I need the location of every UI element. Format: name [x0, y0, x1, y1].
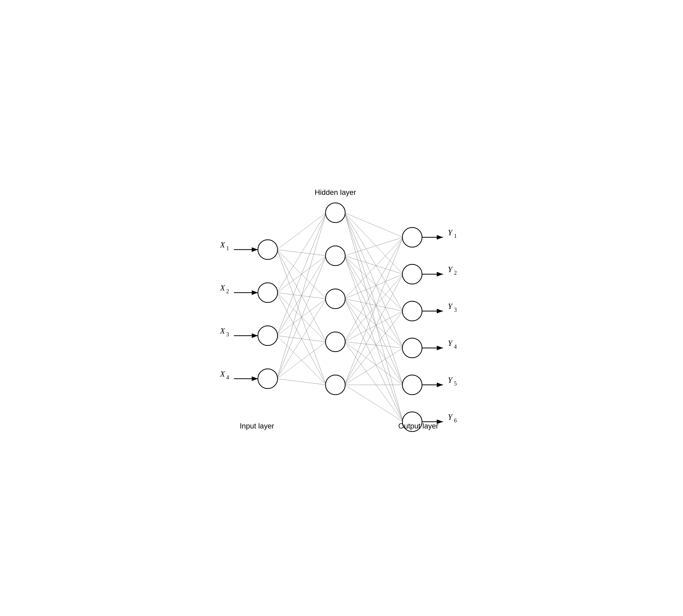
svg-line-37: [345, 299, 403, 385]
input-layer-title: Input layer: [240, 422, 274, 430]
input-hidden-connections: [277, 213, 326, 385]
hidden-nodes: [326, 203, 345, 395]
svg-text:4: 4: [454, 344, 457, 350]
svg-line-35: [345, 299, 403, 311]
svg-line-21: [345, 213, 403, 237]
svg-line-46: [345, 274, 403, 385]
input-arrows: [234, 249, 258, 379]
output-label-y3-main: Y: [448, 302, 453, 311]
svg-line-48: [345, 348, 403, 385]
output-labels: Y 1 Y 2 Y 3 Y 4 Y 5 Y 6: [448, 228, 457, 423]
svg-text:1: 1: [454, 233, 457, 239]
output-node-2: [402, 264, 422, 284]
svg-text:2: 2: [454, 270, 457, 276]
svg-line-16: [277, 213, 326, 379]
neural-network-diagram: X 1 X 2 X 3 X 4 Y 1 Y 2 Y 3 Y 4: [203, 182, 480, 434]
output-nodes: [402, 227, 422, 432]
svg-line-42: [345, 342, 403, 348]
hidden-node-2: [326, 246, 345, 266]
output-label-y6-main: Y: [448, 413, 453, 421]
svg-line-43: [345, 342, 403, 385]
hidden-node-5: [326, 375, 345, 395]
svg-text:4: 4: [226, 374, 229, 380]
input-label-x2-main: X: [220, 283, 225, 292]
svg-text:3: 3: [454, 307, 457, 313]
svg-line-20: [277, 379, 326, 385]
svg-line-34: [345, 274, 403, 299]
svg-line-23: [345, 213, 403, 311]
hidden-node-4: [326, 332, 345, 352]
svg-line-45: [345, 237, 403, 385]
svg-line-18: [277, 299, 326, 379]
input-node-4: [258, 369, 278, 389]
svg-text:3: 3: [226, 331, 229, 337]
svg-line-31: [345, 256, 403, 385]
output-label-y4-main: Y: [448, 339, 453, 348]
input-node-2: [258, 283, 278, 303]
output-node-1: [402, 227, 422, 247]
output-node-3: [402, 301, 422, 321]
input-labels: X 1 X 2 X 3 X 4: [220, 240, 229, 380]
hidden-output-connections: [345, 213, 403, 422]
input-label-x1-main: X: [220, 240, 225, 249]
svg-line-29: [345, 256, 403, 311]
svg-text:6: 6: [454, 417, 457, 423]
output-label-y1-main: Y: [448, 228, 453, 237]
svg-line-44: [345, 342, 403, 422]
output-node-4: [402, 338, 422, 358]
output-arrows: [421, 237, 443, 422]
svg-text:1: 1: [226, 245, 229, 251]
svg-line-25: [345, 213, 403, 385]
input-node-1: [258, 240, 278, 260]
svg-text:2: 2: [226, 288, 229, 294]
input-nodes: [258, 240, 278, 389]
output-layer-title: Output layer: [398, 422, 439, 430]
hidden-node-3: [326, 289, 345, 309]
svg-line-6: [277, 213, 326, 293]
input-label-x3-main: X: [220, 326, 225, 335]
svg-line-47: [345, 311, 403, 385]
svg-line-36: [345, 299, 403, 348]
hidden-layer-title: Hidden layer: [315, 188, 356, 196]
output-label-y5-main: Y: [448, 376, 453, 384]
input-node-3: [258, 326, 278, 346]
output-label-y2-main: Y: [448, 265, 453, 274]
svg-line-40: [345, 274, 403, 342]
input-label-x4-main: X: [220, 370, 225, 378]
svg-line-30: [345, 256, 403, 348]
output-node-5: [402, 375, 422, 395]
svg-text:5: 5: [454, 380, 457, 387]
hidden-node-1: [326, 203, 345, 223]
